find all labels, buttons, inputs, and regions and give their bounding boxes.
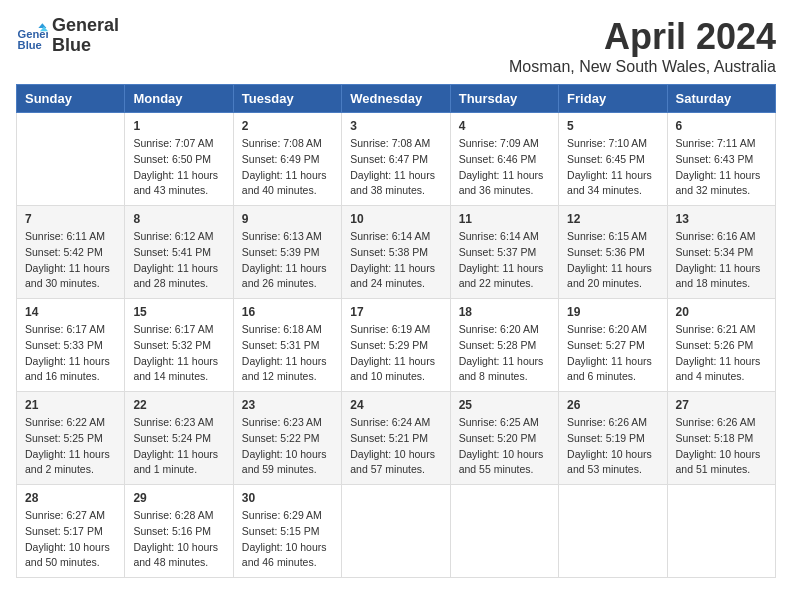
calendar-cell: 25Sunrise: 6:25 AMSunset: 5:20 PMDayligh… [450,392,558,485]
calendar-cell [667,485,775,578]
day-number: 14 [25,305,116,319]
calendar-cell [342,485,450,578]
weekday-header-cell: Saturday [667,85,775,113]
day-number: 13 [676,212,767,226]
calendar-week-row: 7Sunrise: 6:11 AMSunset: 5:42 PMDaylight… [17,206,776,299]
day-content: Sunrise: 6:26 AMSunset: 5:19 PMDaylight:… [567,415,658,478]
day-content: Sunrise: 6:19 AMSunset: 5:29 PMDaylight:… [350,322,441,385]
day-content: Sunrise: 6:24 AMSunset: 5:21 PMDaylight:… [350,415,441,478]
day-content: Sunrise: 6:15 AMSunset: 5:36 PMDaylight:… [567,229,658,292]
day-number: 3 [350,119,441,133]
logo: General Blue General Blue [16,16,119,56]
day-number: 5 [567,119,658,133]
calendar-week-row: 28Sunrise: 6:27 AMSunset: 5:17 PMDayligh… [17,485,776,578]
day-content: Sunrise: 6:17 AMSunset: 5:33 PMDaylight:… [25,322,116,385]
day-number: 28 [25,491,116,505]
day-number: 6 [676,119,767,133]
day-content: Sunrise: 6:13 AMSunset: 5:39 PMDaylight:… [242,229,333,292]
day-number: 21 [25,398,116,412]
day-content: Sunrise: 6:28 AMSunset: 5:16 PMDaylight:… [133,508,224,571]
weekday-header-cell: Friday [559,85,667,113]
calendar-cell: 13Sunrise: 6:16 AMSunset: 5:34 PMDayligh… [667,206,775,299]
calendar-cell: 1Sunrise: 7:07 AMSunset: 6:50 PMDaylight… [125,113,233,206]
calendar-body: 1Sunrise: 7:07 AMSunset: 6:50 PMDaylight… [17,113,776,578]
calendar-cell: 19Sunrise: 6:20 AMSunset: 5:27 PMDayligh… [559,299,667,392]
calendar-cell: 26Sunrise: 6:26 AMSunset: 5:19 PMDayligh… [559,392,667,485]
calendar-table: SundayMondayTuesdayWednesdayThursdayFrid… [16,84,776,578]
day-number: 11 [459,212,550,226]
calendar-cell: 21Sunrise: 6:22 AMSunset: 5:25 PMDayligh… [17,392,125,485]
weekday-header-cell: Thursday [450,85,558,113]
calendar-cell: 10Sunrise: 6:14 AMSunset: 5:38 PMDayligh… [342,206,450,299]
calendar-cell: 17Sunrise: 6:19 AMSunset: 5:29 PMDayligh… [342,299,450,392]
calendar-cell: 18Sunrise: 6:20 AMSunset: 5:28 PMDayligh… [450,299,558,392]
calendar-cell: 16Sunrise: 6:18 AMSunset: 5:31 PMDayligh… [233,299,341,392]
calendar-cell [17,113,125,206]
day-content: Sunrise: 6:12 AMSunset: 5:41 PMDaylight:… [133,229,224,292]
calendar-cell: 29Sunrise: 6:28 AMSunset: 5:16 PMDayligh… [125,485,233,578]
calendar-cell: 8Sunrise: 6:12 AMSunset: 5:41 PMDaylight… [125,206,233,299]
day-content: Sunrise: 6:22 AMSunset: 5:25 PMDaylight:… [25,415,116,478]
calendar-cell: 30Sunrise: 6:29 AMSunset: 5:15 PMDayligh… [233,485,341,578]
day-content: Sunrise: 7:08 AMSunset: 6:49 PMDaylight:… [242,136,333,199]
day-content: Sunrise: 7:10 AMSunset: 6:45 PMDaylight:… [567,136,658,199]
calendar-cell: 3Sunrise: 7:08 AMSunset: 6:47 PMDaylight… [342,113,450,206]
day-number: 1 [133,119,224,133]
day-content: Sunrise: 6:25 AMSunset: 5:20 PMDaylight:… [459,415,550,478]
calendar-cell: 5Sunrise: 7:10 AMSunset: 6:45 PMDaylight… [559,113,667,206]
day-number: 23 [242,398,333,412]
calendar-cell: 15Sunrise: 6:17 AMSunset: 5:32 PMDayligh… [125,299,233,392]
calendar-cell: 23Sunrise: 6:23 AMSunset: 5:22 PMDayligh… [233,392,341,485]
day-number: 18 [459,305,550,319]
day-number: 16 [242,305,333,319]
day-number: 30 [242,491,333,505]
day-number: 19 [567,305,658,319]
day-content: Sunrise: 6:27 AMSunset: 5:17 PMDaylight:… [25,508,116,571]
calendar-week-row: 1Sunrise: 7:07 AMSunset: 6:50 PMDaylight… [17,113,776,206]
calendar-cell: 2Sunrise: 7:08 AMSunset: 6:49 PMDaylight… [233,113,341,206]
day-number: 4 [459,119,550,133]
calendar-cell: 6Sunrise: 7:11 AMSunset: 6:43 PMDaylight… [667,113,775,206]
calendar-week-row: 14Sunrise: 6:17 AMSunset: 5:33 PMDayligh… [17,299,776,392]
logo-text: General Blue [52,16,119,56]
calendar-cell: 27Sunrise: 6:26 AMSunset: 5:18 PMDayligh… [667,392,775,485]
day-content: Sunrise: 7:08 AMSunset: 6:47 PMDaylight:… [350,136,441,199]
weekday-header-cell: Wednesday [342,85,450,113]
weekday-header-row: SundayMondayTuesdayWednesdayThursdayFrid… [17,85,776,113]
calendar-cell: 24Sunrise: 6:24 AMSunset: 5:21 PMDayligh… [342,392,450,485]
day-number: 12 [567,212,658,226]
month-title: April 2024 [509,16,776,58]
calendar-cell: 7Sunrise: 6:11 AMSunset: 5:42 PMDaylight… [17,206,125,299]
day-content: Sunrise: 6:20 AMSunset: 5:28 PMDaylight:… [459,322,550,385]
day-content: Sunrise: 6:21 AMSunset: 5:26 PMDaylight:… [676,322,767,385]
calendar-cell: 22Sunrise: 6:23 AMSunset: 5:24 PMDayligh… [125,392,233,485]
day-number: 8 [133,212,224,226]
day-number: 2 [242,119,333,133]
calendar-cell: 12Sunrise: 6:15 AMSunset: 5:36 PMDayligh… [559,206,667,299]
calendar-cell: 14Sunrise: 6:17 AMSunset: 5:33 PMDayligh… [17,299,125,392]
logo-icon: General Blue [16,20,48,52]
day-content: Sunrise: 6:16 AMSunset: 5:34 PMDaylight:… [676,229,767,292]
title-block: April 2024 Mosman, New South Wales, Aust… [509,16,776,76]
svg-text:Blue: Blue [18,39,42,51]
day-content: Sunrise: 7:09 AMSunset: 6:46 PMDaylight:… [459,136,550,199]
calendar-cell: 11Sunrise: 6:14 AMSunset: 5:37 PMDayligh… [450,206,558,299]
day-content: Sunrise: 6:11 AMSunset: 5:42 PMDaylight:… [25,229,116,292]
day-number: 20 [676,305,767,319]
day-content: Sunrise: 6:23 AMSunset: 5:22 PMDaylight:… [242,415,333,478]
day-content: Sunrise: 6:23 AMSunset: 5:24 PMDaylight:… [133,415,224,478]
day-number: 27 [676,398,767,412]
day-number: 26 [567,398,658,412]
day-content: Sunrise: 6:17 AMSunset: 5:32 PMDaylight:… [133,322,224,385]
day-content: Sunrise: 6:14 AMSunset: 5:37 PMDaylight:… [459,229,550,292]
calendar-cell: 20Sunrise: 6:21 AMSunset: 5:26 PMDayligh… [667,299,775,392]
day-number: 15 [133,305,224,319]
svg-marker-2 [38,23,46,28]
calendar-cell: 28Sunrise: 6:27 AMSunset: 5:17 PMDayligh… [17,485,125,578]
day-content: Sunrise: 6:29 AMSunset: 5:15 PMDaylight:… [242,508,333,571]
day-number: 25 [459,398,550,412]
day-number: 24 [350,398,441,412]
calendar-cell: 9Sunrise: 6:13 AMSunset: 5:39 PMDaylight… [233,206,341,299]
weekday-header-cell: Monday [125,85,233,113]
day-number: 17 [350,305,441,319]
